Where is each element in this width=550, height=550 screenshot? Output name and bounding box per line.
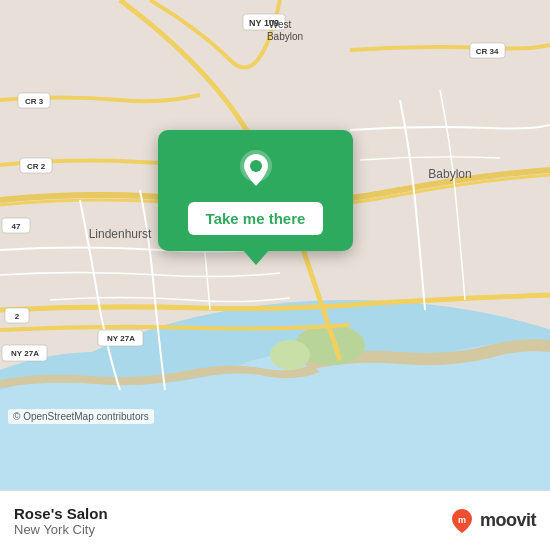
svg-text:CR 34: CR 34 [476,47,499,56]
location-info: Rose's Salon New York City [14,505,108,537]
svg-text:Babylon: Babylon [267,31,303,42]
svg-text:Lindenhurst: Lindenhurst [89,227,152,241]
moovit-brand-text: moovit [480,510,536,531]
svg-text:CR 3: CR 3 [25,97,44,106]
svg-text:NY 27A: NY 27A [107,334,135,343]
svg-text:Babylon: Babylon [428,167,471,181]
moovit-logo: m moovit [448,507,536,535]
bottom-bar: Rose's Salon New York City m moovit [0,490,550,550]
svg-point-3 [270,340,310,370]
svg-text:West: West [269,19,292,30]
popup-card: Take me there [158,130,353,251]
svg-text:47: 47 [12,222,21,231]
svg-text:m: m [458,515,466,525]
svg-text:2: 2 [15,312,20,321]
svg-text:CR 2: CR 2 [27,162,46,171]
svg-point-25 [250,160,262,172]
moovit-pin-icon: m [448,507,476,535]
location-pin-icon [234,148,278,192]
location-name: Rose's Salon [14,505,108,522]
osm-attribution: © OpenStreetMap contributors [8,409,154,424]
svg-text:NY 27A: NY 27A [11,349,39,358]
take-me-there-button[interactable]: Take me there [188,202,324,235]
location-city: New York City [14,522,108,537]
map-container: NY 109 West Babylon CR 3 CR 2 CR 34 47 2… [0,0,550,490]
